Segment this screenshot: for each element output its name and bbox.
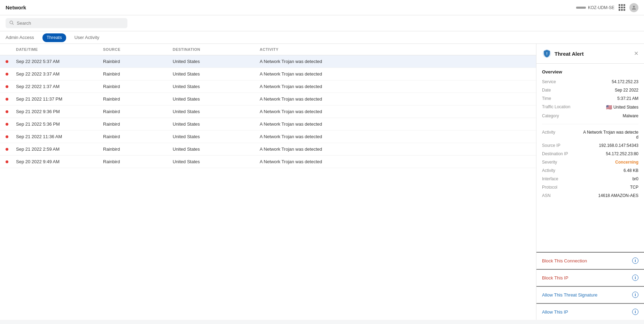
row-activity: A Network Trojan was detected — [260, 109, 531, 114]
row-indicator — [6, 121, 16, 127]
col-destination: DESTINATION — [173, 47, 260, 52]
table-row[interactable]: Sep 21 2022 9:36 PM Rainbird United Stat… — [0, 105, 536, 118]
table-area: DATE/TIME SOURCE DESTINATION ACTIVITY Se… — [0, 44, 536, 320]
search-icon — [9, 20, 14, 26]
tab-user-activity[interactable]: User Activity — [74, 35, 100, 44]
search-bar — [0, 15, 644, 31]
row-activity: A Network Trojan was detected — [260, 96, 531, 102]
row-datetime: Sep 22 2022 3:37 AM — [16, 71, 103, 77]
avatar[interactable] — [629, 3, 638, 12]
main-layout: DATE/TIME SOURCE DESTINATION ACTIVITY Se… — [0, 44, 644, 320]
row-indicator — [6, 84, 16, 89]
row-indicator — [6, 147, 16, 152]
table-row[interactable]: Sep 21 2022 11:37 PM Rainbird United Sta… — [0, 93, 536, 105]
row-indicator — [6, 109, 16, 114]
detail-label: ASN — [542, 193, 577, 198]
table-row[interactable]: Sep 22 2022 3:37 AM Rainbird United Stat… — [0, 68, 536, 80]
detail-value-concerning: Concerning — [615, 160, 638, 165]
table-body: Sep 22 2022 5:37 AM Rainbird United Stat… — [0, 55, 536, 168]
table-row[interactable]: Sep 21 2022 5:36 PM Rainbird United Stat… — [0, 118, 536, 131]
row-datetime: Sep 21 2022 11:36 AM — [16, 134, 103, 139]
table-row[interactable]: Sep 21 2022 11:36 AM Rainbird United Sta… — [0, 131, 536, 143]
row-destination: United States — [173, 109, 260, 114]
tab-admin-access[interactable]: Admin Access — [6, 35, 34, 44]
row-destination: United States — [173, 96, 260, 102]
tabs-bar: Admin Access Threats User Activity — [0, 31, 644, 44]
row-source: Rainbird — [103, 121, 173, 127]
table-row[interactable]: Sep 22 2022 1:37 AM Rainbird United Stat… — [0, 80, 536, 93]
row-source: Rainbird — [103, 134, 173, 139]
action-button-block-this-ip[interactable]: Block This IP i — [536, 269, 644, 286]
detail-field-row: Protocol TCP — [542, 185, 638, 190]
detail-header: ! Threat Alert ✕ — [536, 44, 644, 64]
detail-field-row: Service 54.172.252.23 — [542, 79, 638, 84]
detail-field-row: Time 5:37:21 AM — [542, 96, 638, 101]
row-destination: United States — [173, 121, 260, 127]
detail-field-row: Interface br0 — [542, 176, 638, 181]
row-activity: A Network Trojan was detected — [260, 71, 531, 77]
svg-text:!: ! — [546, 52, 548, 56]
row-destination: United States — [173, 147, 260, 152]
detail-header-left: ! Threat Alert — [542, 49, 584, 58]
detail-field-row: Activity A Network Trojan was detected — [542, 130, 638, 140]
search-wrap[interactable] — [6, 18, 127, 28]
detail-value: 6.48 KB — [623, 168, 638, 173]
row-source: Rainbird — [103, 71, 173, 77]
topbar-right: KOZ-UDM-SE — [576, 3, 638, 12]
detail-field-row: Source IP 192.168.0.147:54343 — [542, 143, 638, 148]
device-bar-icon — [576, 7, 586, 9]
row-activity: A Network Trojan was detected — [260, 121, 531, 127]
row-datetime: Sep 21 2022 2:59 AM — [16, 147, 103, 152]
detail-field-row: ASN 14618 AMAZON-AES — [542, 193, 638, 198]
detail-label: Activity — [542, 168, 577, 173]
row-indicator — [6, 134, 16, 139]
tab-threats[interactable]: Threats — [42, 33, 66, 42]
action-buttons: Block This Connection i Block This IP i … — [536, 252, 644, 320]
row-source: Rainbird — [103, 109, 173, 114]
table-row[interactable]: Sep 20 2022 9:49 AM Rainbird United Stat… — [0, 156, 536, 168]
search-input[interactable] — [17, 21, 124, 26]
detail-value: A Network Trojan was detected — [581, 130, 638, 140]
threat-alert-icon: ! — [542, 49, 552, 58]
action-button-allow-this-threat-signature[interactable]: Allow This Threat Signature i — [536, 286, 644, 303]
action-btn-label: Block This IP — [542, 275, 568, 280]
row-destination: United States — [173, 159, 260, 164]
col-datetime: DATE/TIME — [16, 47, 103, 52]
row-datetime: Sep 21 2022 5:36 PM — [16, 121, 103, 127]
table-row[interactable]: Sep 22 2022 5:37 AM Rainbird United Stat… — [0, 55, 536, 68]
detail-label: Category — [542, 113, 577, 118]
detail-field-row: Severity Concerning — [542, 160, 638, 165]
detail-label: Source IP — [542, 143, 577, 148]
info-icon: i — [632, 258, 638, 264]
detail-label: Interface — [542, 176, 577, 181]
detail-label: Protocol — [542, 185, 577, 190]
us-flag-icon: 🇺🇸 — [606, 104, 612, 110]
action-button-allow-this-ip[interactable]: Allow This IP i — [536, 303, 644, 320]
detail-field-row: Date Sep 22 2022 — [542, 88, 638, 93]
detail-panel: ! Threat Alert ✕ Overview Service 54.172… — [536, 44, 644, 320]
svg-line-1 — [13, 24, 14, 25]
row-indicator — [6, 96, 16, 102]
action-btn-label: Block This Connection — [542, 258, 587, 263]
action-button-block-this-connection[interactable]: Block This Connection i — [536, 252, 644, 269]
row-datetime: Sep 22 2022 5:37 AM — [16, 59, 103, 64]
detail-value: 192.168.0.147:54343 — [599, 143, 638, 148]
detail-field-row: Destination IP 54.172.252.23:80 — [542, 151, 638, 156]
row-indicator — [6, 159, 16, 164]
grid-icon[interactable] — [619, 4, 625, 11]
detail-field-row: Traffic Location 🇺🇸United States — [542, 104, 638, 110]
close-button[interactable]: ✕ — [634, 51, 638, 56]
row-destination: United States — [173, 134, 260, 139]
detail-value: 14618 AMAZON-AES — [598, 193, 638, 198]
row-source: Rainbird — [103, 59, 173, 64]
device-label: KOZ-UDM-SE — [576, 5, 614, 10]
row-destination: United States — [173, 71, 260, 77]
detail-label: Traffic Location — [542, 104, 577, 109]
detail-title: Threat Alert — [555, 51, 584, 57]
action-btn-label: Allow This IP — [542, 309, 568, 315]
row-datetime: Sep 21 2022 9:36 PM — [16, 109, 103, 114]
info-icon: i — [632, 275, 638, 281]
detail-label: Time — [542, 96, 577, 101]
row-source: Rainbird — [103, 159, 173, 164]
table-row[interactable]: Sep 21 2022 2:59 AM Rainbird United Stat… — [0, 143, 536, 156]
